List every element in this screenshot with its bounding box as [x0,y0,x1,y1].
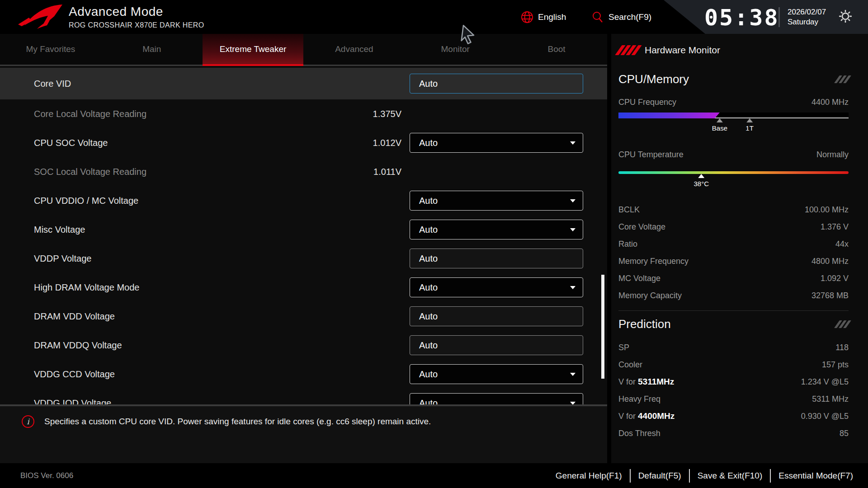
tab-monitor[interactable]: Monitor [405,34,506,65]
setting-label: CPU SOC Voltage [0,138,347,148]
setting-value: 1.012V [347,138,401,148]
cpu-memory-title: CPU/Memory [618,72,689,86]
tab-advanced[interactable]: Advanced [303,34,405,65]
setting-row-core-vid: Core VID Auto [0,68,607,99]
section-stripes-icon [837,320,849,328]
tab-label: Advanced [335,44,373,54]
chevron-down-icon [570,373,576,376]
hardware-monitor-panel: Hardware Monitor CPU/Memory CPU Frequenc… [611,34,868,463]
rog-logo-icon [17,4,64,32]
tab-label: Main [142,44,161,54]
stat-row-memory-capacity: Memory Capacity 32768 MB [618,287,849,304]
stat-row-memory-frequency: Memory Frequency 4800 MHz [618,253,849,270]
language-button[interactable]: English [521,0,566,34]
setting-input[interactable]: Auto [410,249,583,268]
dropdown-value: Auto [419,369,438,380]
setting-control-slot: Auto [410,74,583,94]
setting-row-cpu-vddio-mc-voltage: CPU VDDIO / MC Voltage Auto [0,186,607,215]
setting-control-slot: Auto [410,277,583,297]
1t-marker-label: 1T [745,124,754,132]
scrollbar-thumb[interactable] [601,275,604,379]
sidebar-divider [618,310,849,311]
clock-separator [778,7,780,27]
setting-label: DRAM VDD Voltage [0,311,347,322]
tab-main[interactable]: Main [101,34,203,65]
setting-label: Misc Voltage [0,225,347,235]
tab-boot[interactable]: Boot [506,34,607,65]
setting-row-cpu-soc-voltage: CPU SOC Voltage 1.012V Auto [0,128,607,157]
red-stripes-icon [618,45,638,55]
tab-extreme-tweaker[interactable]: Extreme Tweaker [203,34,304,65]
stat-row-sp: SP 118 [618,339,849,356]
triangle-icon [698,174,704,178]
setting-dropdown[interactable]: Auto [410,220,583,239]
setting-row-dram-vdd-voltage: DRAM VDD Voltage Auto [0,302,607,331]
cpu-temperature-label: CPU Temperature [618,150,684,160]
stat-row-mc-voltage: MC Voltage 1.092 V [618,270,849,287]
settings-list: Core VID Auto Core Local Voltage Reading… [0,66,607,404]
bios-screen: Advanced Mode ROG CROSSHAIR X870E DARK H… [0,0,868,488]
base-marker-label: Base [712,124,727,132]
save-exit-f10-button[interactable]: Save & Exit(F10) [698,471,763,481]
setting-row-dram-vddq-voltage: DRAM VDDQ Voltage Auto [0,331,607,360]
cpu-memory-section-head: CPU/Memory [618,69,849,89]
essential-mode-f7-button[interactable]: Essential Mode(F7) [778,471,853,481]
setting-value: 1.375V [347,109,401,119]
chevron-down-icon [570,228,576,231]
stat-row-v-for-5311mhz: V for 5311MHz 1.234 V @L5 [618,373,849,390]
setting-label: Core Local Voltage Reading [0,109,347,119]
setting-input[interactable]: Auto [410,335,583,355]
setting-row-soc-local-voltage-reading: SOC Local Voltage Reading 1.011V [0,157,607,186]
search-button[interactable]: Search(F9) [591,0,651,34]
tab-my-favorites[interactable]: My Favorites [0,34,101,65]
stat-row-heavy-freq: Heavy Freq 5311 MHz [618,390,849,408]
setting-dropdown[interactable]: Auto [410,277,583,297]
settings-panel: My FavoritesMainExtreme TweakerAdvancedM… [0,34,607,463]
general-help-f1-button[interactable]: General Help(F1) [556,471,622,481]
clock-day: Saturday [788,17,826,27]
section-stripes-icon [837,75,849,83]
setting-control-slot: Auto [410,133,583,153]
setting-label: Core VID [0,79,347,89]
footer-separator [630,469,631,483]
cpu-temperature-value: Normally [816,150,849,160]
tab-label: Monitor [441,44,470,54]
setting-dropdown[interactable]: Auto [410,191,583,211]
setting-row-vddg-iod-voltage: VDDG IOD Voltage Auto [0,389,607,404]
setting-input[interactable]: Auto [410,306,583,326]
setting-dropdown[interactable]: Auto [410,393,583,404]
setting-input[interactable]: Auto [410,74,583,94]
hardware-monitor-title: Hardware Monitor [645,45,720,56]
setting-row-high-dram-voltage-mode: High DRAM Voltage Mode Auto [0,273,607,302]
input-value: Auto [419,340,438,351]
setting-row-vddg-ccd-voltage: VDDG CCD Voltage Auto [0,360,607,389]
setting-dropdown[interactable]: Auto [410,364,583,384]
search-icon [591,11,604,23]
stat-row-ratio: Ratio 44x [618,235,849,253]
setting-label: VDDG CCD Voltage [0,369,347,380]
cpu-frequency-row: CPU Frequency 4400 MHz [618,98,849,107]
setting-control-slot: Auto [410,306,583,326]
help-text: Specifies a custom CPU core VID. Power s… [44,415,431,463]
setting-control-slot: Auto [410,335,583,355]
stat-row-core-voltage: Core Voltage 1.376 V [618,218,849,235]
chevron-down-icon [570,402,576,405]
setting-row-core-local-voltage-reading: Core Local Voltage Reading 1.375V [0,99,607,128]
board-name: ROG CROSSHAIR X870E DARK HERO [69,21,204,29]
info-icon: i [22,415,34,428]
gear-icon[interactable] [837,8,854,24]
setting-label: SOC Local Voltage Reading [0,167,347,177]
1t-marker: 1T [745,118,754,132]
tab-label: Extreme Tweaker [220,44,286,54]
clock-panel: 05:38 2026/02/07 Saturday [656,0,868,34]
panel-divider [607,34,611,463]
setting-dropdown[interactable]: Auto [410,133,583,153]
search-label: Search(F9) [609,12,651,22]
globe-icon [521,11,533,23]
stat-row-dos-thresh: Dos Thresh 85 [618,425,849,442]
cpu-frequency-markers: Base 1T [618,118,849,140]
default-f5-button[interactable]: Default(F5) [638,471,681,481]
chevron-down-icon [570,286,576,289]
base-marker: Base [712,118,727,132]
setting-row-vddp-voltage: VDDP Voltage Auto [0,244,607,273]
